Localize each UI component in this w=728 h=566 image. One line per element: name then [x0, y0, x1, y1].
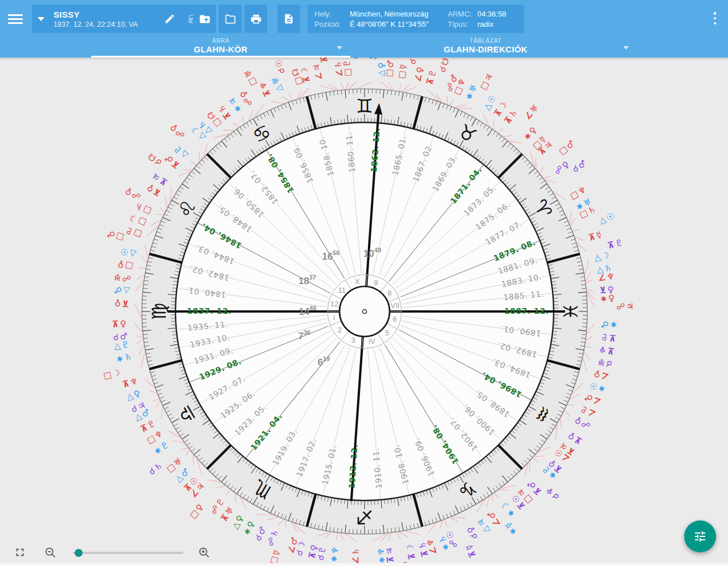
toolbar-main-row: SISSY 1837. 12. 24. 22:24:10, VA Hely: M…	[0, 0, 728, 36]
overflow-menu-icon[interactable]	[712, 12, 718, 24]
aspect-connector	[449, 100, 455, 105]
menu-icon[interactable]	[8, 12, 23, 24]
aspect-connector	[535, 158, 536, 170]
tab-tablazat[interactable]: TÁBLÁZAT GLAHN-DIREKCIÓK	[356, 36, 615, 58]
direction-aspect-glyphs: ∠♄	[350, 547, 361, 565]
zoom-in-button[interactable]	[198, 547, 210, 561]
aspect-connector	[543, 177, 551, 178]
aspect-connector	[498, 128, 503, 133]
direction-aspect-glyphs: ⊼♀	[112, 318, 128, 329]
aspect-connector	[325, 532, 332, 538]
direction-aspect-glyphs: □♂	[105, 228, 125, 243]
aspect-connector	[136, 335, 144, 338]
direction-aspect-glyphs: ☌☊	[145, 150, 164, 168]
direction-aspect-glyphs: ∗♆	[328, 545, 341, 563]
aspect-connector	[449, 517, 458, 522]
aspect-connector	[560, 418, 562, 430]
tab-abra[interactable]: ÁBRA GLAHN-KÖR	[91, 36, 350, 58]
zoom-out-button[interactable]	[44, 547, 56, 561]
date-label: 1887. 12.	[504, 306, 549, 315]
direction-aspect-glyphs: ☍♀	[167, 121, 187, 141]
toolbar: SISSY 1837. 12. 24. 22:24:10, VA Hely: M…	[0, 0, 728, 58]
direction-aspect-glyphs: ☌♂	[570, 158, 589, 175]
aspect-connector	[199, 151, 200, 161]
place-label: Hely:	[314, 10, 350, 18]
aspect-connector	[193, 453, 194, 465]
aspect-connector	[388, 532, 391, 540]
house-number: 11	[338, 286, 346, 294]
zoom-slider-thumb[interactable]	[75, 549, 83, 557]
aspect-connector	[135, 323, 143, 333]
position-value: É 48°08'06" K 11°34'55"	[350, 20, 448, 28]
open-button[interactable]	[219, 5, 242, 33]
direction-aspect-glyphs: △♂	[113, 285, 130, 296]
center-point	[363, 310, 367, 314]
direction-aspect-glyphs: ⊼♇	[606, 237, 625, 251]
aspect-connector	[346, 82, 349, 89]
zoom-slider[interactable]	[73, 552, 183, 554]
aspect-connector	[153, 399, 159, 401]
aspect-connector	[570, 211, 571, 225]
direction-aspect-glyphs: □♂	[557, 138, 578, 157]
fullscreen-button[interactable]	[14, 546, 26, 561]
direction-aspect-glyphs: ∗☉	[587, 380, 607, 395]
glahn-circle-chart[interactable]: ♍♌♋♊♉♈♓♒♑♐♏♎1837. 12.1840. 01.1842. 02.1…	[0, 58, 728, 566]
zoom-in-icon	[198, 547, 210, 559]
tune-icon	[693, 530, 707, 543]
house-number: 8	[387, 289, 391, 297]
direction-aspect-glyphs: △☉	[118, 246, 137, 260]
aspect-connector	[586, 335, 594, 341]
direction-aspect-glyphs: ∗♂	[600, 319, 617, 330]
aspect-connector	[341, 83, 345, 89]
chevron-down-icon	[38, 17, 44, 21]
folder-icon	[224, 13, 236, 25]
document-icon	[283, 13, 295, 24]
aspect-connector	[226, 489, 231, 495]
aspect-connector	[403, 531, 420, 535]
aspect-connector	[533, 458, 538, 463]
zodiac-sign-glyph: ♐	[356, 506, 373, 528]
aspect-connector	[401, 85, 408, 92]
direction-aspect-glyphs: □♅	[242, 67, 259, 88]
chart-info-panel: Hely: München, Németország ARMC: 04:36:5…	[308, 5, 524, 33]
chart-canvas[interactable]: ♍♌♋♊♉♈♓♒♑♐♏♎1837. 12.1840. 01.1842. 02.1…	[0, 58, 728, 566]
aspect-connector	[235, 493, 236, 502]
tablazat-caption: TÁBLÁZAT	[356, 37, 615, 44]
new-chart-button[interactable]	[193, 5, 216, 33]
file-plus-icon	[199, 13, 211, 25]
direction-aspect-glyphs: ∠♅	[522, 102, 542, 122]
aspect-connector	[137, 339, 144, 343]
direction-aspect-glyphs: ⊻♇	[599, 331, 616, 343]
direction-aspect-glyphs: ⊼♇	[424, 67, 439, 86]
aspect-connector	[586, 289, 594, 291]
house-number: 5	[385, 329, 389, 337]
pencil-icon	[164, 13, 175, 24]
aspect-connector	[145, 244, 149, 259]
aspect-connector	[216, 486, 226, 487]
direction-aspect-glyphs: □♀	[116, 259, 134, 272]
aspect-connector	[279, 519, 284, 525]
aspect-connector	[134, 303, 142, 319]
aspect-connector	[584, 260, 588, 277]
armc-label: ARMC:	[448, 10, 477, 18]
zodiac-sign-glyph: ♍	[148, 303, 170, 320]
aspect-connector	[347, 81, 357, 89]
aspect-connector	[232, 123, 239, 128]
direction-aspect-glyphs: ⊻♆	[368, 58, 379, 60]
edit-button[interactable]	[158, 5, 181, 33]
print-button[interactable]	[244, 5, 267, 33]
bottom-strip	[0, 563, 728, 566]
house-number: 6	[392, 315, 396, 323]
profile-dropdown-button[interactable]	[32, 5, 50, 33]
chevron-down-icon	[337, 46, 342, 50]
report-button[interactable]	[277, 5, 300, 33]
aspect-connector	[539, 167, 543, 174]
aspect-connector	[357, 81, 373, 89]
direction-aspect-glyphs: □☽	[103, 367, 122, 381]
position-label: Pozíció:	[314, 20, 350, 28]
direction-aspect-glyphs: ☍♃	[616, 301, 635, 312]
aspect-connector	[138, 344, 144, 355]
aspect-connector	[451, 516, 466, 518]
direction-aspect-glyphs: □♇	[341, 58, 353, 77]
settings-fab[interactable]	[684, 520, 716, 552]
